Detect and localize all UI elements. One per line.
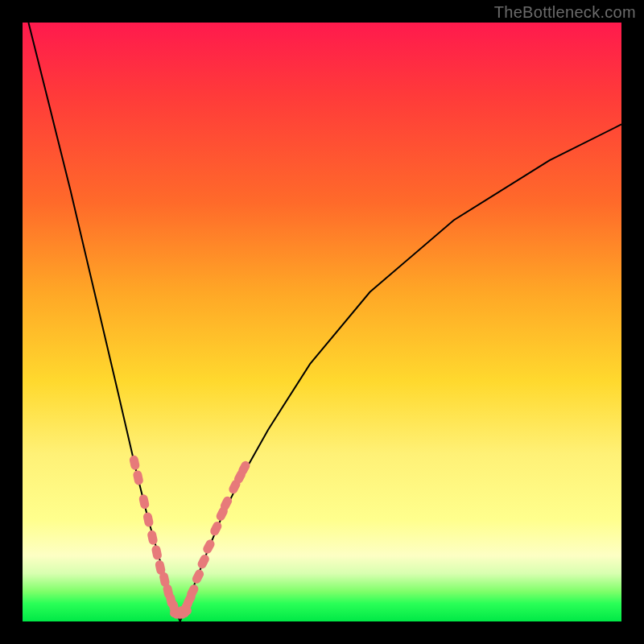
plot-area (23, 23, 621, 621)
bead (191, 568, 205, 585)
watermark-text: TheBottleneck.com (494, 3, 636, 22)
bead (151, 544, 163, 560)
curve-group (28, 23, 621, 621)
chart-frame: TheBottleneck.com (0, 0, 644, 644)
chart-svg (23, 23, 621, 621)
bead (138, 493, 151, 510)
bead (147, 530, 159, 546)
bead (196, 553, 211, 570)
bead (208, 520, 223, 537)
curve-left-branch (28, 23, 180, 621)
bead (132, 469, 144, 485)
bead-cluster (129, 455, 251, 619)
bead (129, 455, 141, 471)
curve-right-branch (180, 125, 621, 622)
bead (142, 512, 155, 528)
bead (201, 538, 216, 555)
